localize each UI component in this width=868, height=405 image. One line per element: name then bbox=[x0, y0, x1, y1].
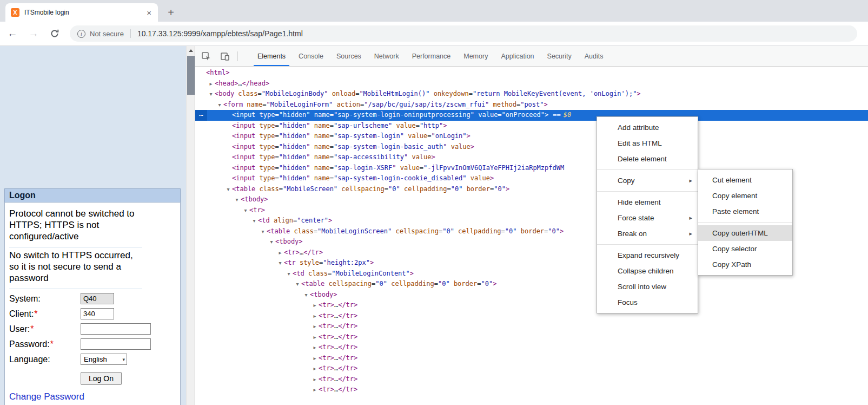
context-menu-item-delete-element[interactable]: Delete element bbox=[597, 151, 698, 167]
form-row: Client:* bbox=[9, 308, 176, 319]
context-menu-item-force-state[interactable]: Force state▸ bbox=[597, 210, 698, 226]
language-select[interactable]: English▾ bbox=[81, 354, 127, 365]
dom-tree-node[interactable]: <input type="hidden" name="sap-system-lo… bbox=[195, 142, 868, 153]
context-menu-item-scroll-into-view[interactable]: Scroll into view bbox=[597, 279, 698, 295]
dom-tree-node[interactable]: ▸<tr>…</tr> bbox=[195, 321, 868, 332]
context-menu-item-focus[interactable]: Focus bbox=[597, 295, 698, 310]
scrollbar-thumb[interactable] bbox=[187, 56, 195, 95]
devtools-tab-performance[interactable]: Performance bbox=[406, 46, 458, 66]
dom-tree-node[interactable]: ▾<table cellspacing="0" cellpadding="0" … bbox=[195, 279, 868, 290]
dom-tree-node[interactable]: ▸<tr>…</tr> bbox=[195, 342, 868, 353]
submenu-arrow-icon: ▸ bbox=[689, 173, 692, 188]
password-input[interactable] bbox=[81, 338, 151, 350]
devtools-tab-application[interactable]: Application bbox=[494, 46, 540, 66]
expander-icon[interactable]: ▸ bbox=[311, 342, 319, 353]
expander-icon[interactable]: ▾ bbox=[276, 258, 284, 269]
address-bar[interactable]: i Not secure 10.17.33.125:9999/xampp/ebt… bbox=[70, 25, 857, 42]
devtools-tab-memory[interactable]: Memory bbox=[457, 46, 494, 66]
dom-tree-node[interactable]: ▸<tr>…</tr> bbox=[195, 311, 868, 322]
dom-tree-node[interactable]: <input type="hidden" name="sap-system-lo… bbox=[195, 131, 868, 142]
context-menu-item-collapse-children[interactable]: Collapse children bbox=[597, 263, 698, 279]
devtools-tab-sources[interactable]: Sources bbox=[330, 46, 368, 66]
expander-icon[interactable]: ▸ bbox=[311, 300, 319, 311]
expander-icon[interactable]: ▾ bbox=[250, 215, 258, 226]
reload-button[interactable] bbox=[46, 25, 63, 42]
dom-tree-node[interactable]: ▸<tr>…</tr> bbox=[195, 374, 868, 385]
copy-submenu-item-copy-outerhtml[interactable]: Copy outerHTML bbox=[698, 225, 792, 241]
dom-tree-node[interactable]: ▾<body class="MobileLoginBody" onload="M… bbox=[195, 89, 868, 100]
menu-separator bbox=[597, 191, 698, 192]
devtools-tab-elements[interactable]: Elements bbox=[251, 46, 292, 66]
expander-icon[interactable]: ▾ bbox=[242, 205, 249, 216]
change-password-link[interactable]: Change Password bbox=[9, 391, 176, 402]
expander-icon[interactable]: ▾ bbox=[224, 184, 232, 195]
dom-tree-node[interactable]: ▾<form name="MobileLoginForm" action="/s… bbox=[195, 100, 868, 110]
context-menu-item-hide-element[interactable]: Hide element bbox=[597, 194, 698, 210]
copy-submenu-item-copy-xpath[interactable]: Copy XPath bbox=[698, 257, 792, 272]
expander-icon[interactable]: ▾ bbox=[216, 100, 223, 110]
copy-submenu-item-copy-element[interactable]: Copy element bbox=[698, 188, 792, 204]
dom-tree-node[interactable]: ▸<tr>…</tr> bbox=[195, 300, 868, 311]
selected-node-equals: == bbox=[553, 111, 560, 119]
device-toolbar-icon[interactable] bbox=[217, 49, 233, 64]
dom-tree-node[interactable]: ▸<tr>…</tr> bbox=[195, 332, 868, 343]
security-chip-label[interactable]: Not secure bbox=[90, 30, 124, 38]
system-input[interactable] bbox=[81, 293, 114, 304]
tab-close-icon[interactable]: × bbox=[145, 9, 153, 17]
url-text[interactable]: 10.17.33.125:9999/xampp/ebtest/sap/Page1… bbox=[137, 29, 303, 38]
expander-icon[interactable]: ▸ bbox=[311, 384, 319, 395]
expander-icon[interactable]: ▾ bbox=[302, 290, 310, 301]
expander-icon[interactable]: ▸ bbox=[276, 247, 284, 258]
expander-icon[interactable]: ▾ bbox=[285, 269, 293, 279]
expander-icon[interactable]: ▸ bbox=[207, 79, 215, 89]
devtools-tab-network[interactable]: Network bbox=[368, 46, 406, 66]
tab-title: ITSmobile login bbox=[24, 9, 145, 16]
scroll-up-icon[interactable] bbox=[187, 46, 195, 55]
devtools-tab-audits[interactable]: Audits bbox=[578, 46, 610, 66]
context-menu-item-expand-recursively[interactable]: Expand recursively bbox=[597, 247, 698, 263]
dom-tree-node[interactable]: <input type="hidden" name="sap-accessibi… bbox=[195, 152, 868, 163]
dom-tree-node[interactable]: ▸<tr>…</tr> bbox=[195, 384, 868, 395]
dom-tree-node[interactable]: <input type="hidden" name="sap-urlscheme… bbox=[195, 121, 868, 132]
dom-tree-node-selected[interactable]: ⋯<input type="hidden" name="sap-system-l… bbox=[195, 110, 868, 121]
expander-icon[interactable]: ▸ bbox=[311, 363, 319, 374]
expander-icon[interactable]: ▾ bbox=[207, 89, 215, 100]
dom-tree-node[interactable]: ▸<tr>…</tr> bbox=[195, 363, 868, 374]
expander-icon[interactable]: ▾ bbox=[294, 279, 301, 290]
expander-icon[interactable]: ▸ bbox=[311, 311, 319, 322]
copy-submenu-item-copy-selector[interactable]: Copy selector bbox=[698, 241, 792, 257]
forward-button[interactable]: → bbox=[25, 25, 42, 42]
context-menu-item-add-attribute[interactable]: Add attribute bbox=[597, 120, 698, 135]
copy-submenu-item-paste-element[interactable]: Paste element bbox=[698, 204, 792, 219]
browser-tab[interactable]: X ITSmobile login × bbox=[5, 3, 158, 22]
devtools-tab-console[interactable]: Console bbox=[292, 46, 330, 66]
devtools-tab-security[interactable]: Security bbox=[541, 46, 578, 66]
dom-tree-node[interactable]: ▸<head>…</head> bbox=[195, 79, 868, 89]
submenu-arrow-icon: ▸ bbox=[689, 226, 692, 241]
expander-icon[interactable]: ▾ bbox=[259, 226, 267, 237]
dom-tree-node[interactable]: ▸<tr>…</tr> bbox=[195, 353, 868, 364]
client-input[interactable] bbox=[81, 308, 114, 319]
copy-submenu-item-cut-element[interactable]: Cut element bbox=[698, 172, 792, 188]
inspect-icon[interactable] bbox=[198, 49, 214, 64]
expander-icon[interactable]: ▸ bbox=[311, 321, 319, 332]
logon-button[interactable]: Log On bbox=[81, 372, 122, 385]
node-menu-dots-icon[interactable]: ⋯ bbox=[195, 110, 207, 121]
expander-icon[interactable]: ▸ bbox=[311, 332, 319, 343]
context-menu-item-edit-as-html[interactable]: Edit as HTML bbox=[597, 135, 698, 151]
user-input[interactable] bbox=[81, 323, 151, 335]
expander-icon[interactable]: ▸ bbox=[311, 353, 319, 364]
expander-icon[interactable]: ▸ bbox=[311, 374, 319, 385]
context-menu-item-copy[interactable]: Copy▸ bbox=[597, 173, 698, 188]
context-menu-item-break-on[interactable]: Break on▸ bbox=[597, 226, 698, 241]
page-scrollbar[interactable] bbox=[186, 46, 195, 405]
new-tab-button[interactable]: + bbox=[163, 5, 178, 20]
back-button[interactable]: ← bbox=[4, 25, 21, 42]
menu-separator bbox=[698, 222, 792, 223]
expander-icon[interactable]: ▾ bbox=[268, 237, 275, 247]
info-icon[interactable]: i bbox=[77, 30, 85, 38]
dom-tree-node[interactable]: <html> bbox=[195, 68, 868, 79]
dom-tree-node[interactable]: ▾<tbody> bbox=[195, 290, 868, 301]
login-form: System:Client:*User:*Password:*Language:… bbox=[9, 293, 176, 365]
expander-icon[interactable]: ▾ bbox=[233, 194, 241, 205]
